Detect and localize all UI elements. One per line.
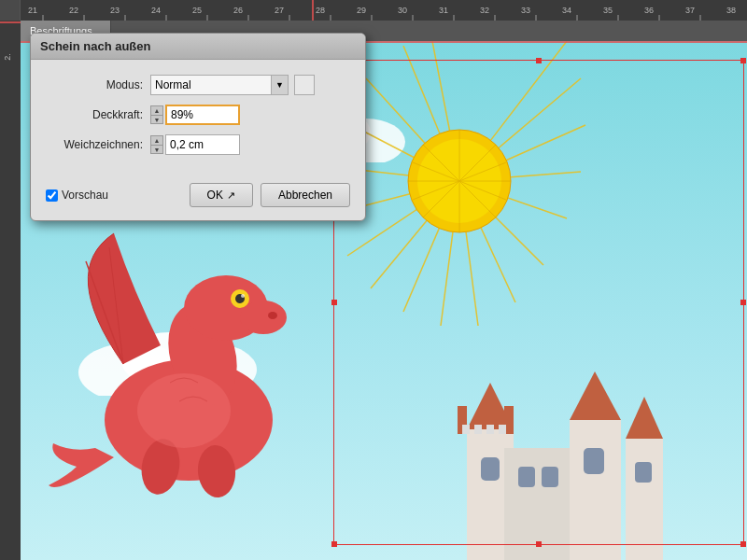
handle-bm[interactable] bbox=[536, 541, 542, 547]
handle-bl[interactable] bbox=[331, 541, 337, 547]
deckkraft-row: Deckkraft: ▲ ▼ bbox=[49, 105, 346, 125]
dialog-buttons-row: Vorschau OK ↗ Abbrechen bbox=[31, 179, 365, 220]
svg-point-60 bbox=[241, 294, 245, 298]
preview-label[interactable]: Vorschau bbox=[62, 189, 108, 202]
svg-text:26: 26 bbox=[233, 6, 243, 15]
svg-rect-68 bbox=[21, 0, 747, 21]
cancel-button[interactable]: Abbrechen bbox=[261, 183, 350, 207]
handle-rm[interactable] bbox=[740, 300, 746, 305]
svg-text:29: 29 bbox=[357, 6, 366, 15]
handle-tm[interactable] bbox=[536, 58, 542, 63]
ruler-top: 21 22 23 24 25 26 27 28 29 bbox=[0, 0, 747, 21]
svg-text:30: 30 bbox=[398, 6, 407, 15]
svg-text:28: 28 bbox=[316, 6, 325, 15]
svg-text:34: 34 bbox=[562, 6, 571, 15]
handle-br[interactable] bbox=[740, 541, 746, 547]
svg-text:27: 27 bbox=[275, 6, 284, 15]
svg-text:37: 37 bbox=[685, 6, 695, 15]
svg-point-57 bbox=[240, 301, 287, 334]
dialog-outer-glow: Schein nach außen Modus: Normal ▼ Deckkr… bbox=[30, 33, 366, 221]
deckkraft-spin-down[interactable]: ▼ bbox=[150, 115, 163, 124]
svg-text:32: 32 bbox=[480, 6, 489, 15]
svg-text:33: 33 bbox=[521, 6, 530, 15]
ok-button[interactable]: OK ↗ bbox=[190, 183, 253, 207]
dropdown-arrow-icon: ▼ bbox=[275, 80, 284, 90]
svg-text:35: 35 bbox=[603, 6, 613, 15]
weichzeichnen-label: Weichzeichnen: bbox=[49, 138, 143, 151]
preview-checkbox[interactable] bbox=[46, 189, 58, 202]
svg-text:24: 24 bbox=[151, 6, 161, 15]
svg-text:23: 23 bbox=[110, 6, 120, 15]
svg-text:22: 22 bbox=[69, 6, 78, 15]
dialog-title: Schein nach außen bbox=[40, 39, 150, 53]
handle-tr[interactable] bbox=[740, 58, 746, 63]
svg-text:36: 36 bbox=[644, 6, 654, 15]
deckkraft-spinner[interactable]: ▲ ▼ bbox=[150, 105, 163, 124]
svg-text:38: 38 bbox=[726, 6, 736, 15]
selection-box bbox=[333, 60, 744, 545]
weichzeichnen-input[interactable] bbox=[165, 134, 240, 155]
preview-row: Vorschau bbox=[46, 189, 182, 202]
color-swatch[interactable] bbox=[294, 75, 315, 95]
deckkraft-spin-up[interactable]: ▲ bbox=[150, 105, 163, 115]
weichzeichnen-row: Weichzeichnen: ▲ ▼ bbox=[49, 134, 346, 155]
dialog-titlebar: Schein nach außen bbox=[31, 34, 365, 60]
modus-dropdown[interactable]: Normal bbox=[150, 75, 272, 95]
modus-dropdown-arrow[interactable]: ▼ bbox=[272, 75, 289, 95]
svg-rect-105 bbox=[0, 21, 21, 560]
svg-text:21: 21 bbox=[28, 6, 37, 15]
cursor-icon: ↗ bbox=[227, 189, 235, 202]
weichzeichnen-spin-down[interactable]: ▼ bbox=[150, 145, 163, 154]
svg-text:2.: 2. bbox=[3, 53, 12, 61]
weichzeichnen-spin-up[interactable]: ▲ bbox=[150, 135, 163, 145]
svg-point-61 bbox=[268, 312, 277, 319]
ruler-corner bbox=[0, 0, 21, 21]
svg-text:25: 25 bbox=[192, 6, 202, 15]
deckkraft-input[interactable] bbox=[165, 105, 240, 125]
modus-label: Modus: bbox=[49, 78, 143, 91]
cancel-label: Abbrechen bbox=[278, 189, 332, 202]
svg-point-66 bbox=[137, 373, 231, 448]
weichzeichnen-spinner[interactable]: ▲ ▼ bbox=[150, 135, 163, 154]
svg-text:31: 31 bbox=[439, 6, 448, 15]
ruler-scale: 21 22 23 24 25 26 27 28 29 bbox=[21, 0, 747, 21]
handle-lm[interactable] bbox=[331, 300, 337, 305]
deckkraft-label: Deckkraft: bbox=[49, 108, 143, 121]
ruler-left: 2. bbox=[0, 21, 21, 560]
ok-label: OK bbox=[207, 189, 223, 202]
modus-row: Modus: Normal ▼ bbox=[49, 75, 346, 95]
